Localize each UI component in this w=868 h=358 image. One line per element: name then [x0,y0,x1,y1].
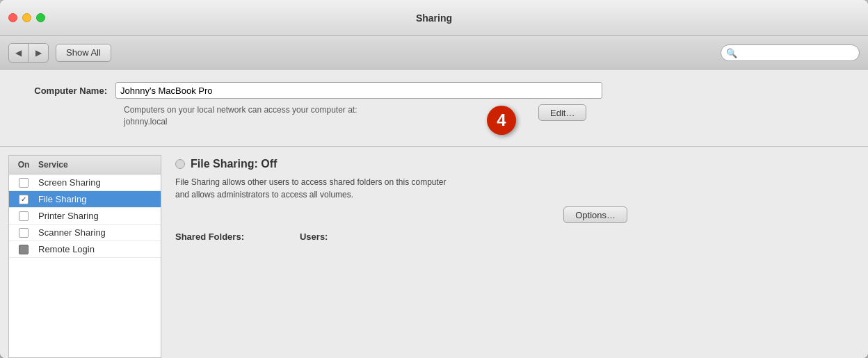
traffic-lights [8,13,45,22]
system-preferences-window: Sharing ◀ ▶ Show All 🔍 Computer Name: Co [0,0,868,358]
window-title: Sharing [416,13,452,24]
service-description: File Sharing allows other users to acces… [175,176,579,201]
checkbox-wrap-scanner-sharing [9,228,38,238]
checkbox-wrap-remote-login [9,245,38,254]
service-row-scanner-sharing[interactable]: Scanner Sharing [9,225,161,241]
service-list: On Service Screen Sharing File Sharing [8,155,161,358]
maximize-button[interactable] [36,13,45,22]
options-button[interactable]: Options… [563,206,627,223]
checkbox-wrap-file-sharing [9,195,38,204]
shared-folders-header: Shared Folders: [175,231,244,242]
options-btn-row: Options… [175,206,627,223]
checkbox-wrap-printer-sharing [9,211,38,221]
network-info-text: Computers on your local network can acce… [124,104,472,128]
service-name-scanner-sharing: Scanner Sharing [38,227,161,238]
service-name-remote-login: Remote Login [38,244,161,254]
col-service-header: Service [38,158,161,171]
search-box: 🔍 [721,44,860,61]
shared-folders-row: Shared Folders: Users: [175,231,854,242]
forward-button[interactable]: ▶ [29,44,48,62]
computer-name-label: Computer Name: [17,86,107,96]
checkbox-screen-sharing[interactable] [19,178,29,188]
checkbox-scanner-sharing[interactable] [19,228,29,238]
service-name-printer-sharing: Printer Sharing [38,211,161,221]
service-name-file-sharing: File Sharing [38,194,161,204]
badge-number: 4 [487,106,516,135]
service-row-screen-sharing[interactable]: Screen Sharing [9,174,161,191]
users-header: Users: [300,231,328,242]
status-indicator [175,159,185,169]
computer-name-row: Computer Name: [17,82,851,99]
lower-section: On Service Screen Sharing File Sharing [0,147,868,358]
service-status-row: File Sharing: Off [175,158,854,170]
toolbar: ◀ ▶ Show All 🔍 [0,36,868,70]
minimize-button[interactable] [22,13,31,22]
back-button[interactable]: ◀ [9,44,29,62]
service-name-screen-sharing: Screen Sharing [38,177,161,188]
right-panel: File Sharing: Off File Sharing allows ot… [161,147,868,358]
titlebar: Sharing [0,0,868,36]
search-icon: 🔍 [726,47,737,58]
computer-name-input[interactable] [115,82,602,99]
checkbox-printer-sharing[interactable] [19,211,29,221]
edit-button[interactable]: Edit… [538,104,586,121]
service-row-remote-login[interactable]: Remote Login [9,241,161,258]
checkbox-remote-login[interactable] [19,245,29,254]
service-list-header: On Service [9,156,161,174]
col-on-header: On [9,158,38,171]
nav-buttons: ◀ ▶ [8,43,49,63]
close-button[interactable] [8,13,17,22]
network-info-row: Computers on your local network can acce… [17,104,851,135]
show-all-button[interactable]: Show All [56,44,111,62]
service-row-printer-sharing[interactable]: Printer Sharing [9,208,161,225]
search-input[interactable] [721,44,860,61]
content-area: Computer Name: Computers on your local n… [0,70,868,358]
computer-name-section: Computer Name: Computers on your local n… [0,70,868,147]
service-row-file-sharing[interactable]: File Sharing [9,191,161,208]
service-status-title: File Sharing: Off [191,158,277,170]
checkbox-file-sharing[interactable] [19,195,29,204]
checkbox-wrap-screen-sharing [9,178,38,188]
